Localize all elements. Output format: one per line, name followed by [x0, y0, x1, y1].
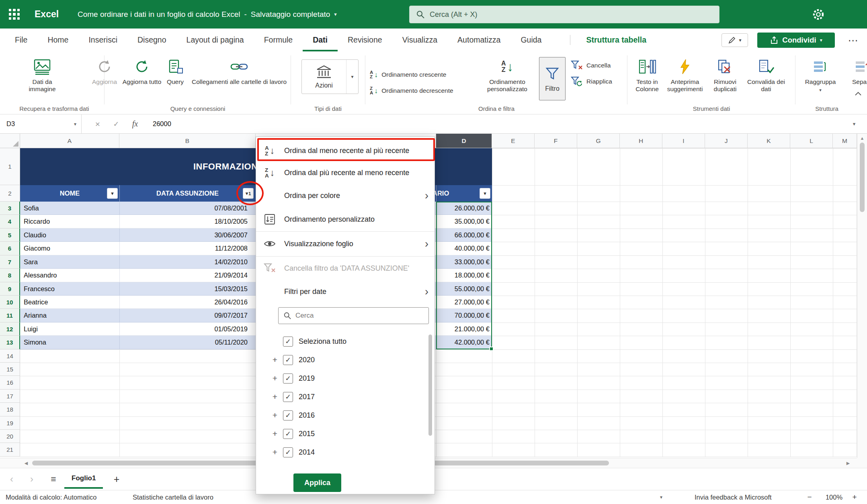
row-header-1[interactable]: 1 — [0, 148, 20, 185]
filter-option-year-2017[interactable]: +✓2017 — [256, 388, 435, 406]
row-header-2[interactable]: 2 — [0, 185, 20, 202]
row-header-19[interactable]: 19 — [0, 416, 20, 430]
formula-input[interactable]: 26000 — [153, 114, 171, 133]
cell-name[interactable]: Arianna — [24, 309, 47, 322]
row-header-18[interactable]: 18 — [0, 403, 20, 416]
tab-layout-di-pagina[interactable]: Layout di pagina — [176, 29, 254, 51]
zoom-in-button[interactable]: + — [849, 490, 860, 504]
row-header-21[interactable]: 21 — [0, 443, 20, 457]
group-rows-button[interactable]: Raggruppa ▾ — [799, 57, 842, 93]
row-header-11[interactable]: 11 — [0, 309, 20, 322]
cell-hire-date[interactable]: 15/03/2015 — [119, 282, 248, 295]
text-to-columns-button[interactable]: Testo in Colonne — [629, 57, 666, 93]
document-title[interactable]: Come ordinare i dati in un foglio di cal… — [78, 0, 337, 29]
scroll-right-arrow-icon[interactable]: ▶ — [842, 458, 854, 468]
expand-icon[interactable]: + — [271, 429, 279, 439]
row-header-20[interactable]: 20 — [0, 430, 20, 443]
data-validation-button[interactable]: Convalida dei dati — [744, 57, 789, 93]
cell-hire-date[interactable]: 07/08/2001 — [119, 202, 248, 214]
column-header-g[interactable]: G — [577, 134, 620, 148]
row-header-4[interactable]: 4 — [0, 215, 20, 229]
checkbox-checked[interactable]: ✓ — [283, 392, 293, 402]
tab-file[interactable]: File — [5, 29, 37, 51]
checkbox-checked[interactable]: ✓ — [283, 447, 293, 457]
cell-name[interactable]: Riccardo — [24, 215, 50, 228]
cell-hire-date[interactable]: 09/07/2017 — [119, 309, 248, 322]
zoom-level[interactable]: 100% — [821, 490, 847, 504]
column-header-h[interactable]: H — [620, 134, 662, 148]
name-box[interactable]: D3 ▾ — [0, 114, 82, 133]
checkbox-checked[interactable]: ✓ — [283, 410, 293, 420]
remove-duplicates-button[interactable]: Rimuovi duplicati — [706, 57, 744, 93]
more-options-button[interactable]: ⋯ — [845, 33, 861, 47]
cell-name[interactable]: Claudio — [24, 229, 46, 241]
row-header-16[interactable]: 16 — [0, 376, 20, 390]
calc-mode-status[interactable]: Modalità di calcolo: Automatico — [6, 490, 97, 504]
sheet-list-icon[interactable]: ≡ — [46, 468, 61, 490]
filter-option-year-2020[interactable]: +✓2020 — [256, 351, 435, 369]
save-status[interactable]: Salvataggio completato — [251, 10, 330, 19]
tab-dati[interactable]: Dati — [303, 29, 338, 51]
row-header-17[interactable]: 17 — [0, 390, 20, 403]
ungroup-rows-button[interactable]: Separa — [840, 57, 867, 86]
filter-button-data-assunzione[interactable]: ▾1 — [243, 188, 254, 199]
status-options-chevron-icon[interactable]: ▾ — [660, 490, 668, 504]
cell-hire-date[interactable]: 05/11/2020 — [119, 336, 248, 349]
search-input[interactable]: Cerca (Alt + X) — [409, 6, 719, 23]
confirm-entry-button[interactable]: ✓ — [110, 114, 122, 133]
refresh-all-button[interactable]: Aggiorna tutto — [121, 57, 163, 86]
filter-option-year-2016[interactable]: +✓2016 — [256, 406, 435, 424]
filter-button-nome[interactable]: ▾ — [107, 188, 118, 199]
insert-function-button[interactable]: fx — [128, 114, 142, 133]
tab-home[interactable]: Home — [37, 29, 78, 51]
tab-guida[interactable]: Guida — [510, 29, 551, 51]
filter-button-salario[interactable]: ▾ — [480, 188, 490, 199]
row-header-8[interactable]: 8 — [0, 269, 20, 282]
cell-name[interactable]: Luigi — [24, 322, 38, 335]
row-header-15[interactable]: 15 — [0, 363, 20, 376]
column-header-m[interactable]: M — [833, 134, 857, 148]
collapse-ribbon-button[interactable] — [855, 92, 863, 98]
workbook-links-button[interactable]: Collegamenti alle cartelle di lavoro — [191, 57, 287, 86]
previous-sheet-arrow-icon[interactable]: ‹ — [6, 468, 18, 490]
checkbox-checked[interactable]: ✓ — [283, 373, 293, 384]
checkbox-checked[interactable]: ✓ — [283, 355, 293, 365]
cell-name[interactable]: Sara — [24, 255, 38, 268]
sheet-tab-foglio1[interactable]: Foglio1 — [64, 469, 103, 489]
add-sheet-button[interactable]: + — [109, 468, 124, 490]
header-cell-data-assunzione[interactable]: DATA ASSUNZIONE — [119, 185, 256, 202]
column-header-e[interactable]: E — [492, 134, 535, 148]
row-header-10[interactable]: 10 — [0, 296, 20, 309]
filter-option-year-2015[interactable]: +✓2015 — [256, 424, 435, 443]
expand-icon[interactable]: + — [271, 373, 279, 383]
row-header-6[interactable]: 6 — [0, 242, 20, 255]
menu-scroll-thumb[interactable] — [428, 335, 432, 436]
clear-filter-button[interactable]: Cancella — [571, 59, 611, 72]
column-header-j[interactable]: J — [705, 134, 748, 148]
column-header-k[interactable]: K — [748, 134, 790, 148]
sort-descending-button[interactable]: ZA↓ Ordinamento decrescente — [370, 84, 453, 98]
cell-name[interactable]: Francesco — [24, 282, 55, 295]
filter-option-year-2014[interactable]: +✓2014 — [256, 443, 435, 461]
tab-inserisci[interactable]: Inserisci — [78, 29, 127, 51]
expand-icon[interactable]: + — [271, 410, 279, 420]
tab-automatizza[interactable]: Automatizza — [447, 29, 510, 51]
tab-struttura-tabella[interactable]: Struttura tabella — [576, 29, 656, 51]
tab-disegno[interactable]: Disegno — [127, 29, 176, 51]
row-header-7[interactable]: 7 — [0, 255, 20, 269]
filter-option-year-2019[interactable]: +✓2019 — [256, 369, 435, 388]
sort-ascending-button[interactable]: AZ↓ Ordinamento crescente — [370, 67, 446, 82]
row-header-5[interactable]: 5 — [0, 229, 20, 242]
settings-button[interactable] — [811, 7, 826, 22]
query-button[interactable]: Query — [161, 57, 190, 86]
vertical-scrollbar[interactable]: ▲ — [857, 134, 867, 458]
row-header-13[interactable]: 13 — [0, 336, 20, 349]
cell-name[interactable]: Sofia — [24, 202, 39, 214]
filter-toggle-button[interactable]: Filtro — [539, 57, 566, 100]
cancel-entry-button[interactable]: × — [92, 114, 104, 133]
scroll-up-arrow-icon[interactable]: ▲ — [857, 135, 867, 142]
column-header-a[interactable]: A — [20, 134, 119, 148]
header-cell-nome[interactable]: NOME — [20, 185, 119, 202]
cell-hire-date[interactable]: 18/10/2005 — [119, 215, 248, 228]
flash-fill-button[interactable]: Anteprima suggerimenti — [663, 57, 707, 93]
